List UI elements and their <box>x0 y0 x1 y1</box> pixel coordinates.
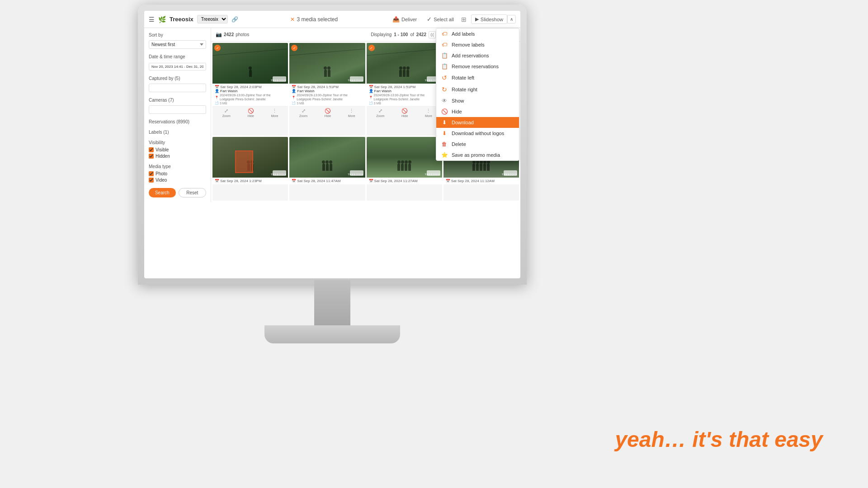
slideshow-control: ▶ Slideshow ∧ <box>471 14 516 24</box>
show-item[interactable]: 👁 Show <box>436 95 519 106</box>
person-figure <box>399 70 402 77</box>
visible-checkbox[interactable] <box>149 147 154 152</box>
person-figure <box>330 164 332 171</box>
hide-button[interactable]: 🚫 Hide <box>401 108 408 117</box>
person-figure <box>397 164 400 171</box>
slideshow-button[interactable]: ▶ Slideshow <box>471 14 507 24</box>
total-count: 2422 <box>224 32 234 37</box>
save-promo-item[interactable]: ⭐ Save as promo media <box>436 150 519 160</box>
watermark: TREEOSIX <box>425 173 440 176</box>
selected-count-label: 3 media selected <box>297 16 338 23</box>
zoom-label: Zoom <box>376 114 384 117</box>
photo-card[interactable]: TREEOSIX 📅 Sat Sep 28, 2024 1:23PM <box>212 137 288 201</box>
share-icon[interactable]: 🔗 <box>231 16 238 23</box>
delete-item[interactable]: 🗑 Delete <box>436 139 519 150</box>
hide-menu-label: Hide <box>452 109 462 114</box>
more-label: More <box>348 114 355 117</box>
download-no-logos-item[interactable]: ⬇ Download without logos <box>436 128 519 139</box>
camera-icon: 📷 <box>216 32 222 38</box>
slideshow-label: Slideshow <box>481 17 503 22</box>
cameras-input[interactable] <box>149 105 206 114</box>
sidebar: Sort by Newest first Oldest first Date &… <box>144 28 211 202</box>
hide-icon: 🚫 <box>248 108 254 114</box>
labels-label: Labels (1) <box>149 130 206 135</box>
more-button[interactable]: ⋮ More <box>425 108 432 117</box>
select-all-label: Select all <box>434 17 454 22</box>
delete-icon: 🗑 <box>441 141 448 147</box>
hidden-checkbox[interactable] <box>149 154 154 159</box>
hide-label: Hide <box>401 114 408 117</box>
sort-select[interactable]: Newest first Oldest first <box>149 40 206 49</box>
grid-view-icon[interactable]: ⊞ <box>461 16 467 23</box>
author-text: Fart Walsh <box>374 89 392 93</box>
zoom-label: Zoom <box>222 114 231 117</box>
photo-card[interactable]: ✓ TREEOSIX 📅 Sat Sep 28, 2024 2:03PM <box>212 43 288 136</box>
people-silhouette <box>324 70 330 77</box>
hamburger-menu-icon[interactable]: ☰ <box>149 16 155 23</box>
cameras-section: Cameras (7) <box>149 98 206 114</box>
photo-actions: ⤢ Zoom 🚫 Hide ⋮ More <box>289 106 365 119</box>
photo-card[interactable]: ✓ TREEOSIX 📅 Sat Sep 28, 2024 1:51PM <box>367 43 442 136</box>
more-label: More <box>271 114 278 117</box>
zoom-button[interactable]: ⤢ Zoom <box>376 108 384 117</box>
date-text: Sat Sep 28, 2024 1:51PM <box>374 85 416 89</box>
video-checkbox[interactable] <box>149 178 154 183</box>
search-button[interactable]: Search <box>149 188 176 197</box>
date-text: Sat Sep 28, 2024 1:51PM <box>297 85 339 89</box>
hide-button[interactable]: 🚫 Hide <box>247 108 254 117</box>
hide-button[interactable]: 🚫 Hide <box>325 108 331 117</box>
captured-input[interactable] <box>149 84 206 92</box>
download-no-logo-icon: ⬇ <box>441 130 448 136</box>
photo-date: 📅 Sat Sep 28, 2024 1:51PM <box>369 85 440 89</box>
calendar-icon: 📅 <box>292 85 296 89</box>
brand-selector[interactable]: Treeosix <box>197 15 228 23</box>
remove-labels-item[interactable]: 🏷 Remove labels <box>436 39 519 50</box>
filter-actions: Search Reset <box>149 188 206 197</box>
photo-size: 📄 3 MB <box>215 101 286 105</box>
stand-base <box>264 325 400 343</box>
visible-checkbox-item[interactable]: Visible <box>149 147 206 152</box>
person-figure <box>483 164 486 171</box>
more-button[interactable]: ⋮ More <box>271 108 278 117</box>
clear-selection-icon[interactable]: ✕ <box>290 16 295 23</box>
photo-card[interactable]: TREEOSIX 📅 Sat Sep 28, 2024 11:47AM <box>289 137 365 201</box>
photo-checkbox[interactable] <box>149 171 154 176</box>
person-figure <box>408 164 411 171</box>
monitor-body: ☰ 🌿 Treeosix Treeosix 🔗 ✕ 3 me <box>138 5 527 285</box>
reset-button[interactable]: Reset <box>179 188 207 197</box>
remove-reservations-item[interactable]: 📋 Remove reservations <box>436 61 519 72</box>
photo-checkbox-item[interactable]: Photo <box>149 171 206 176</box>
download-item[interactable]: ⬇ Download <box>436 117 519 128</box>
deliver-button[interactable]: 📤 Deliver <box>390 14 420 24</box>
video-checkbox-item[interactable]: Video <box>149 178 206 183</box>
remove-reservation-icon: 📋 <box>441 63 448 70</box>
photos-label: photos <box>236 32 249 37</box>
rotate-right-item[interactable]: ↻ Rotate right <box>436 84 519 95</box>
remove-tag-icon: 🏷 <box>441 42 448 48</box>
date-range-input[interactable] <box>149 63 206 70</box>
zoom-button[interactable]: ⤢ Zoom <box>299 108 307 117</box>
date-text: Sat Sep 28, 2024 2:03PM <box>220 85 262 89</box>
slideshow-icon: ▶ <box>475 16 479 22</box>
add-reservations-item[interactable]: 📋 Add reservations <box>436 50 519 61</box>
hide-menu-item[interactable]: 🚫 Hide <box>436 106 519 117</box>
photo-card[interactable]: ✓ TREEOSIX 📅 Sat Sep 28, 2024 1:51PM <box>289 43 365 136</box>
hidden-checkbox-item[interactable]: Hidden <box>149 154 206 159</box>
photo-info: 📅 Sat Sep 28, 2024 11:12AM <box>443 178 519 184</box>
photo-info: 📅 Sat Sep 28, 2024 11:47AM <box>289 178 365 184</box>
select-all-button[interactable]: ✓ Select all <box>424 14 457 24</box>
photo-date: 📅 Sat Sep 28, 2024 2:03PM <box>215 85 286 89</box>
photo-date: 📅 Sat Sep 28, 2024 1:51PM <box>292 85 363 89</box>
tour-text: 2024/09/28-13:00-Zipline Tour of the Lod… <box>374 93 440 101</box>
person-figure <box>328 70 330 77</box>
more-button[interactable]: ⋮ More <box>348 108 355 117</box>
zoom-icon: ⤢ <box>302 108 306 114</box>
photo-tour: 📍 2024/09/28-13:00-Zipline Tour of the L… <box>215 93 286 101</box>
dropdown-chevron-button[interactable]: ∧ <box>507 15 516 23</box>
rotate-left-item[interactable]: ↺ Rotate left <box>436 72 519 84</box>
add-labels-item[interactable]: 🏷 Add labels <box>436 28 519 39</box>
first-page-button[interactable]: ⟨⟨ <box>429 31 436 38</box>
zoom-button[interactable]: ⤢ Zoom <box>222 108 231 117</box>
photo-card[interactable]: TREEOSIX 📅 Sat Sep 28, 2024 11:27AM <box>367 137 442 201</box>
author-text: Fart Walsh <box>297 89 314 93</box>
